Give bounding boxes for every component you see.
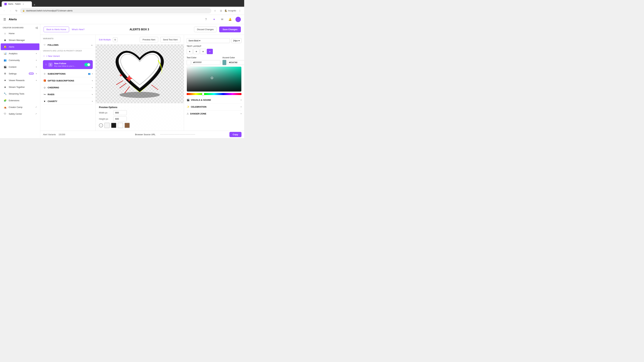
back-to-alerts-home-btn[interactable]: Back to Alerts Home [44,27,69,32]
font-select[interactable]: Semi-Bold ▾ [187,38,230,43]
gifted-subscriptions-header[interactable]: 🎁 GIFTED SUBSCRIPTIONS ▾ [43,77,93,84]
help-icon[interactable]: ? [203,17,209,22]
extensions-icon: 🧩 [3,99,7,102]
color-picker-container[interactable] [187,66,242,92]
height-input[interactable] [113,116,127,121]
align-center-btn[interactable]: ≡ [193,49,200,54]
sidebar-streaming-tools-label: Streaming Tools [9,92,37,95]
color-picker-circle[interactable] [211,77,213,79]
whats-new-btn[interactable]: What's New? [72,28,84,31]
variant-toggle[interactable] [84,63,90,66]
sidebar-item-alerts[interactable]: 🔔 Alerts [1,43,40,50]
align-justify-btn[interactable]: ≡ [207,49,213,54]
sidebar-item-streaming-tools[interactable]: 🔧 Streaming Tools [1,90,40,97]
bg-option-brown[interactable] [124,123,130,128]
accent-color-swatch[interactable] [222,60,226,65]
sidebar-extensions-label: Extensions [9,99,37,102]
follows-chevron: ▲ [91,44,93,46]
charity-section: ♥ CHARITY ▾ [43,98,93,105]
sidebar-analytics-label: Analytics [9,52,34,55]
font-size-select[interactable]: 24px ▾ [231,38,242,43]
discard-changes-btn[interactable]: Discard Changes [194,27,216,32]
bell-icon[interactable]: 🔔 [228,17,233,22]
width-input[interactable] [113,110,127,115]
new-tab-btn[interactable]: + [32,3,37,7]
new-variant-btn[interactable]: ＋ + New Variant [43,53,93,59]
sidebar-item-safety-center[interactable]: 🛡 Safety Center ↗ [1,110,40,117]
send-test-alert-btn[interactable]: Send Test Alert [160,37,180,42]
refresh-btn[interactable]: ↻ [14,8,19,13]
user-avatar[interactable] [236,17,241,22]
analytics-chevron: ▾ [36,53,37,54]
hamburger-icon[interactable]: ☰ [3,17,6,21]
active-tab[interactable]: Alerts - Twitch ✕ [2,1,32,7]
bg-option-dark[interactable] [111,123,116,128]
sidebar-item-stream-manager[interactable]: ◉ Stream Manager [1,37,40,43]
sidebar-item-community[interactable]: 👥 Community ▾ [1,57,40,63]
copy-small-btn[interactable]: ⧉ [113,37,118,42]
celebration-chevron[interactable]: ▾ [241,106,242,108]
spectrum-thumb[interactable] [202,93,204,95]
accent-color-input-row [222,60,244,65]
follows-section: ♡ FOLLOWS ▲ VARIANTS ARE LISTED IN PRIOR… [43,41,93,69]
sidebar-item-home[interactable]: ⌂ Home [1,30,40,37]
incognito-icon: 🕵 [225,9,227,12]
incognito-label: Incognito [228,9,236,12]
edit-multiple-btn[interactable]: Edit Multiple [99,38,111,41]
sidebar-item-stream-together[interactable]: ◈ Stream Together [1,84,40,90]
align-left-btn[interactable]: ≡ [187,49,193,54]
font-chevron-icon: ▾ [199,39,200,42]
mail-icon[interactable]: ✉ [219,17,225,22]
address-bar[interactable]: 🔒 dashboard.twitch.tv/u/moodjoy071/strea… [20,8,211,13]
subscriptions-header[interactable]: ☆ SUBSCRIPTIONS 👥 ▾ [43,70,93,77]
sidebar-item-analytics[interactable]: 📊 Analytics ▾ [1,50,40,57]
forward-btn[interactable]: → [8,8,13,13]
charity-header[interactable]: ♥ CHARITY ▾ [43,98,93,105]
bg-options-row: i [99,123,180,128]
info-icon[interactable]: i [99,123,103,127]
copy-url-btn[interactable]: Copy [230,132,242,137]
sidebar-item-extensions[interactable]: 🧩 Extensions [1,97,40,104]
cheering-section: ◇ CHEERING ▾ [43,84,93,91]
app-title: Alerts [9,18,17,21]
stream-manager-icon: ◉ [3,38,7,42]
preview-alert-btn[interactable]: Preview Alert [140,37,158,42]
font-row: Semi-Bold ▾ 24px ▾ [187,37,242,43]
danger-zone-chevron[interactable]: ▾ [241,113,242,115]
text-color-hex-input[interactable] [192,60,220,65]
save-changes-btn[interactable]: Save Changes [219,26,241,32]
bookmark-icon[interactable]: ☆ [213,8,217,13]
sidebar-item-creator-camp[interactable]: ⛺ Creator Camp ↗ [1,104,40,110]
color-spectrum-bar[interactable] [187,93,242,95]
back-btn[interactable]: ← [2,8,7,13]
sidebar-item-settings[interactable]: ⚙ Settings NEW ▾ [1,70,40,77]
raids-chevron: ▾ [92,93,93,95]
app-header: ☰ Alerts ? ✦ ✉ 🔔 [0,15,244,24]
bg-option-white[interactable] [118,123,123,128]
sidebar-item-viewer-rewards[interactable]: ★ Viewer Rewards ▾ [1,77,40,84]
text-color-swatch[interactable] [187,60,191,65]
accent-color-hex-input[interactable] [228,60,244,65]
magic-wand-icon[interactable]: ✦ [211,17,217,22]
charity-heart-icon: ♥ [43,99,46,103]
svg-line-3 [124,86,130,93]
sidebar-item-content[interactable]: 🎬 Content ▾ [1,63,40,70]
tab-close-btn[interactable]: ✕ [22,3,25,5]
cheering-header[interactable]: ◇ CHEERING ▾ [43,84,93,91]
streaming-tools-icon: 🔧 [3,92,7,95]
settings-icon: ⚙ [3,72,7,75]
variant-item-1[interactable]: ⠿ 1 New Follow Any new follow to your c.… [43,60,93,69]
preview-options-overlay: Preview Options Width px Height px i [96,103,184,131]
collapse-icon[interactable]: ◁ [36,26,38,29]
menu-icon[interactable]: ⋮ [238,8,242,13]
height-label: Height px [99,118,111,120]
follows-title: FOLLOWS [48,44,90,46]
visuals-sound-chevron[interactable]: ▾ [241,99,242,101]
bg-option-light[interactable] [104,123,110,128]
align-right-btn[interactable]: ≡ [200,49,206,54]
color-row: Text Color Accent Color [187,56,242,65]
window-icon[interactable]: ⊡ [219,8,224,13]
community-chevron: ▾ [36,59,37,61]
raids-header[interactable]: ↪ RAIDS ▾ [43,91,93,98]
follows-section-header[interactable]: ♡ FOLLOWS ▲ [43,41,93,48]
